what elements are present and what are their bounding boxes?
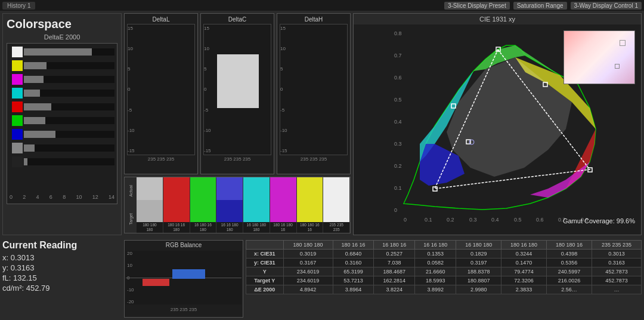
target-label: Target [125,205,137,233]
table-row: x: CIE310.30190.68400.25270.13530.18290.… [246,250,642,259]
th-col-2: 16 180 16 [374,241,415,250]
table-cell: 0.0582 [415,259,456,267]
cie-preview [564,30,635,84]
patch-target [137,200,163,223]
table-cell: 162.2814 [374,276,415,285]
table-cell: … [592,285,641,294]
table-cell: 234.6019 [283,276,333,285]
svg-text:0: 0 [404,217,407,223]
rgb-red-bar [143,279,169,286]
patch-actual [163,177,190,200]
reading-cdm2: cd/m²: 452.79 [2,284,122,293]
color-bar-row [12,156,114,168]
display-control-btn[interactable]: 3-Way Display Control 1 [571,2,642,10]
table-cell: 7.038 [374,259,415,267]
cie-panel: CIE 1931 xy 0.8 0.7 0.6 0.5 0.4 0.3 0.2 … [353,13,642,235]
delta-c-y-labels: 151050-5-10-15 [204,24,215,155]
table-row: y: CIE310.31670.31607.0380.05820.31970.1… [246,259,642,267]
color-swatch [12,101,23,112]
patch-column: 180 16 180 16 [270,177,297,233]
patch-target [190,200,216,223]
patch-column: 180 180 16 16 [297,177,324,233]
table-row: ΔE 20004.89423.89643.82243.89922.99802.3… [246,285,642,294]
svg-text:0.5: 0.5 [514,217,522,223]
bar-container [24,103,114,110]
bottom-section: Current Reading x: 0.3013 y: 0.3163 fL: … [0,238,644,320]
main-content: Colorspace DeltaE 2000 02468101214 Delta… [0,11,644,320]
svg-text:0.6: 0.6 [394,75,402,81]
bar-container [24,76,114,83]
delta-h-inner: 151050-5-10-15 [280,24,348,155]
bar-fill [24,62,47,69]
bar-container [24,131,114,138]
svg-text:0.1: 0.1 [425,217,432,223]
table-cell: 0.3013 [592,250,641,259]
table-cell: 2.9980 [456,285,501,294]
svg-text:0.3: 0.3 [394,141,402,147]
patch-actual [270,177,296,200]
bar-fill [24,48,92,56]
delta-h-y-labels: 151050-5-10-15 [280,24,291,155]
th-col-6: 180 180 16 [547,241,592,250]
patch-column: 180 16 16 180 [163,177,190,233]
bar-container [24,158,114,165]
bar-container [24,117,114,124]
deltae-subtitle: DeltaE 2000 [7,33,117,41]
table-cell: 21.6660 [415,267,456,276]
patch-values: 235 235 235 [323,222,349,233]
delta-l-x-label: 235 235 235 [127,156,195,162]
table-cell: 180.8807 [456,276,501,285]
svg-text:0.7: 0.7 [394,53,402,59]
table-cell: 18.5993 [415,276,456,285]
svg-text:0.2: 0.2 [447,217,454,223]
patch-values: 180 180 16 16 [297,222,323,233]
delta-l-inner: 151050-5-10-15 [127,24,195,155]
table-cell: 0.1353 [415,250,456,259]
bar-fill [24,117,45,124]
table-cell: 240.5997 [547,267,592,276]
patch-target [270,200,296,223]
color-swatch [12,156,23,167]
delta-c-title: DeltaC [203,16,271,23]
table-cell: 452.7873 [592,276,641,285]
display-preset-btn[interactable]: 3-Slice Display Preset [444,2,510,10]
color-bar-row [12,60,114,72]
color-swatch [12,129,23,140]
saturation-range-btn[interactable]: Saturation Range [513,2,567,10]
patch-actual [297,177,323,200]
table-cell: 72.3206 [501,276,547,285]
patch-values: 16 180 16 180 [190,222,216,233]
svg-text:0.1: 0.1 [394,185,402,191]
reading-x: x: 0.3013 [2,253,122,262]
delta-c-inner: 151050-5-10-15 [203,24,271,155]
colorspace-title: Colorspace [7,17,117,31]
color-bar-row [12,73,114,85]
color-patches: Actual Target 180 180 180180 16 16 18016… [124,177,351,233]
delta-l-chart: DeltaL 151050-5-10-15 235 235 235 [124,13,198,174]
history-tab[interactable]: History 1 [2,2,35,10]
bar-fill [24,90,40,97]
patch-target [323,200,349,223]
table-row: Target Y234.601953.7213162.281418.599318… [246,276,642,285]
table-row: Y234.601965.3199188.468721.6660188.83787… [246,267,642,276]
actual-label: Actual [125,177,137,205]
patch-labels: Actual Target [125,177,137,233]
patch-column: 16 180 16 180 [190,177,217,233]
patch-target [243,200,270,223]
delta-c-chart: DeltaC 151050-5-10-15 235 235 235 [200,13,274,174]
table-cell: 0.4398 [547,250,592,259]
table-cell: 3.8224 [374,285,415,294]
svg-text:0.8: 0.8 [394,30,402,36]
bar-container [24,62,114,69]
preview-marker-1 [620,40,626,46]
th-empty [246,241,284,250]
table-cell: 3.8964 [333,285,374,294]
patch-column: 16 16 180 180 [216,177,243,233]
bar-fill [24,103,51,110]
table-cell: 2.3833 [501,285,547,294]
patch-values: 180 16 180 16 [270,222,296,233]
table-cell: 0.1829 [456,250,501,259]
color-swatch [12,88,23,99]
reading-y: y: 0.3163 [2,263,122,272]
table-cell: 3.8992 [415,285,456,294]
